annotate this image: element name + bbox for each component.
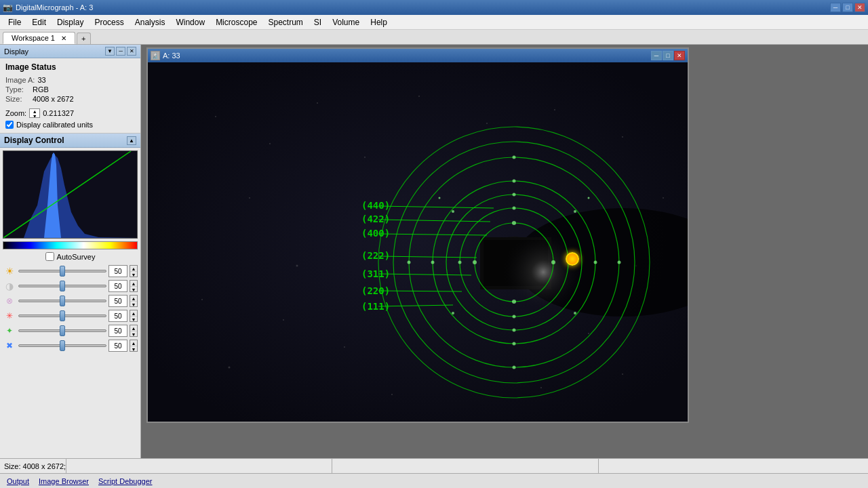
size-label: Size: — [5, 95, 30, 103]
menu-si[interactable]: SI — [309, 16, 327, 28]
blue-spinner[interactable]: ▲▼ — [130, 340, 138, 352]
svg-point-22 — [229, 367, 231, 369]
panel-header-title: Display — [4, 47, 28, 56]
status-bar: Size: 4008 x 2672; — [0, 458, 868, 473]
menu-help[interactable]: Help — [365, 16, 393, 28]
svg-point-51 — [513, 156, 516, 159]
calibrated-label: Display calibrated units — [16, 121, 93, 129]
zoom-label: Zoom: — [5, 109, 26, 117]
autosurvey-checkbox[interactable] — [45, 252, 54, 261]
svg-point-59 — [439, 197, 441, 199]
svg-point-43 — [513, 315, 516, 319]
panel-header: Display ▼ ─ ✕ — [0, 45, 140, 58]
image-window-icon: 🔬 — [151, 51, 160, 60]
brightness-icon: ☀ — [3, 264, 16, 278]
zoom-spinner[interactable]: ▲ ▼ — [29, 108, 40, 118]
slider-row-blue: ✖ 50 ▲▼ — [0, 338, 140, 353]
svg-point-17 — [391, 394, 393, 395]
svg-point-12 — [554, 109, 555, 110]
red-icon: ✳ — [3, 309, 16, 323]
svg-text:(220): (220) — [361, 285, 390, 296]
type-label: Type: — [5, 85, 30, 94]
image-window-close-button[interactable]: ✕ — [674, 51, 685, 60]
add-tab-button[interactable]: + — [77, 33, 90, 44]
green-spinner[interactable]: ▲▼ — [130, 325, 138, 337]
maximize-button[interactable]: □ — [842, 3, 853, 12]
menu-bar: File Edit Display Process Analysis Windo… — [0, 15, 868, 30]
svg-point-48 — [594, 261, 597, 264]
green-slider-track[interactable] — [18, 329, 106, 332]
svg-point-60 — [588, 197, 590, 199]
minimize-button[interactable]: ─ — [830, 3, 841, 12]
menu-process[interactable]: Process — [89, 16, 129, 28]
menu-analysis[interactable]: Analysis — [130, 16, 171, 28]
contrast-spinner[interactable]: ▲▼ — [130, 280, 138, 292]
bottom-tabs-bar: Output Image Browser Script Debugger — [0, 473, 868, 488]
status-segment-2 — [332, 459, 597, 473]
image-window-minimize-button[interactable]: ─ — [651, 51, 662, 60]
svg-point-40 — [473, 260, 477, 264]
svg-point-46 — [513, 329, 516, 332]
svg-point-58 — [574, 312, 576, 314]
green-icon: ✦ — [3, 324, 16, 338]
brightness-slider-track[interactable] — [18, 270, 106, 272]
menu-file[interactable]: File — [3, 16, 26, 28]
svg-point-8 — [317, 102, 318, 104]
cursor-indicator — [566, 252, 579, 266]
svg-point-55 — [452, 210, 454, 213]
workspace-tab-1[interactable]: Workspace 1 ✕ — [3, 32, 75, 44]
workspace-tab-1-close[interactable]: ✕ — [61, 35, 66, 42]
green-value: 50 — [108, 325, 127, 337]
zoom-row: Zoom: ▲ ▼ 0.211327 — [5, 108, 135, 118]
workspace-area: 🔬 A: 33 ─ □ ✕ — [141, 45, 868, 458]
svg-point-10 — [418, 96, 420, 97]
autosurvey-label: AutoSurvey — [57, 253, 96, 261]
svg-text:(400): (400) — [361, 228, 390, 239]
image-canvas[interactable]: (440) (422) (400) (222) (311 — [148, 62, 688, 422]
image-window-maximize-button[interactable]: □ — [663, 51, 673, 60]
svg-point-6 — [215, 116, 216, 117]
gamma-slider-track[interactable] — [18, 300, 106, 302]
svg-point-47 — [431, 261, 435, 264]
panel-minimize-button[interactable]: ─ — [116, 47, 125, 56]
svg-point-38 — [512, 221, 516, 225]
histogram-container — [3, 150, 138, 239]
app-title: DigitalMicrograph - A: 3 — [16, 3, 93, 12]
svg-point-52 — [513, 366, 516, 369]
panel-close-button[interactable]: ✕ — [127, 47, 136, 56]
svg-point-41 — [551, 260, 555, 264]
svg-text:(422): (422) — [361, 214, 390, 224]
red-spinner[interactable]: ▲▼ — [130, 310, 138, 322]
red-slider-track[interactable] — [18, 314, 106, 317]
contrast-slider-track[interactable] — [18, 285, 106, 287]
blue-icon: ✖ — [3, 339, 16, 352]
gamma-spinner[interactable]: ▲▼ — [130, 295, 138, 307]
menu-microscope[interactable]: Microscope — [210, 16, 262, 28]
calibrated-checkbox[interactable] — [5, 121, 14, 129]
output-tab[interactable]: Output — [4, 476, 32, 486]
menu-window[interactable]: Window — [170, 16, 210, 28]
svg-point-13 — [622, 136, 623, 138]
color-gradient-bar — [3, 241, 138, 249]
left-panel: Display ▼ ─ ✕ Image Status Image A: 33 T… — [0, 45, 141, 458]
menu-edit[interactable]: Edit — [26, 16, 52, 28]
blue-slider-track[interactable] — [18, 344, 106, 347]
title-bar-right: ─ □ ✕ — [830, 3, 865, 12]
svg-point-11 — [486, 123, 488, 124]
type-row: Type: RGB — [5, 85, 135, 94]
svg-point-7 — [269, 143, 271, 144]
script-debugger-tab[interactable]: Script Debugger — [96, 476, 155, 486]
menu-volume[interactable]: Volume — [327, 16, 365, 28]
svg-point-45 — [513, 193, 516, 197]
menu-spectrum[interactable]: Spectrum — [262, 16, 308, 28]
panel-dropdown-button[interactable]: ▼ — [105, 47, 115, 56]
svg-text:(111): (111) — [361, 301, 390, 312]
brightness-spinner[interactable]: ▲▼ — [130, 265, 138, 277]
close-button[interactable]: ✕ — [854, 3, 865, 12]
menu-display[interactable]: Display — [52, 16, 89, 28]
blue-value: 50 — [108, 340, 127, 352]
image-window-buttons: ─ □ ✕ — [651, 51, 685, 60]
display-control-collapse-button[interactable]: ▲ — [127, 136, 136, 145]
image-browser-tab[interactable]: Image Browser — [36, 476, 92, 486]
size-row: Size: 4008 x 2672 — [5, 95, 135, 103]
